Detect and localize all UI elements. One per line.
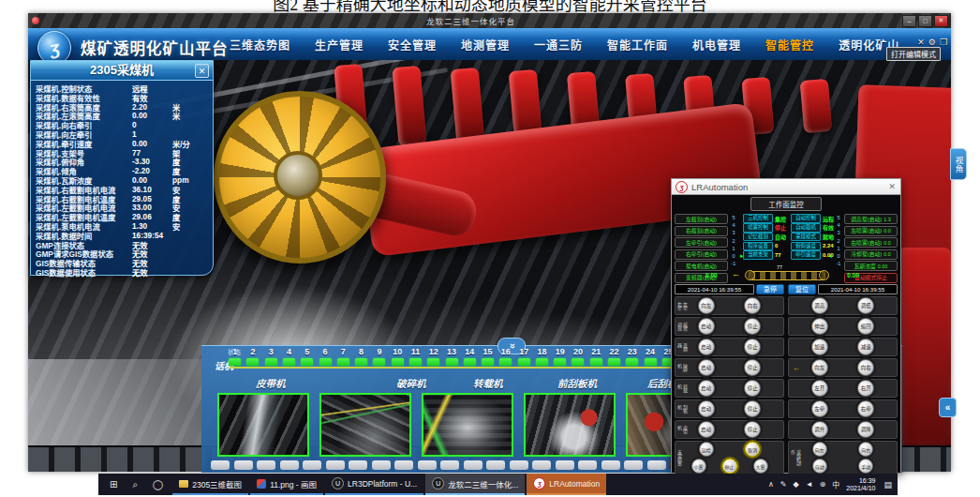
control-button[interactable]: 伸出 — [811, 318, 828, 335]
close-button[interactable]: ✕ — [934, 15, 948, 27]
control-button[interactable]: 停止 — [744, 339, 761, 355]
filmstrip-frame[interactable] — [234, 460, 253, 470]
control-button[interactable]: 向左 — [812, 442, 827, 457]
filmstrip-frame[interactable] — [372, 460, 391, 470]
taskbar-app-button[interactable]: ʒLRAutomation — [527, 474, 606, 495]
control-button[interactable]: 停止 — [722, 459, 737, 474]
control-button[interactable]: 停止 — [744, 359, 761, 376]
control-button[interactable]: 调升 — [811, 421, 828, 438]
close-icon[interactable]: ✕ — [195, 64, 209, 78]
camera-status-indicator[interactable] — [572, 358, 584, 366]
machine-start-button[interactable]: 调高泵(启动)1.3 — [844, 214, 898, 224]
machine-start-button[interactable]: 右牵引(启动) — [675, 249, 728, 260]
control-button[interactable]: 向左 — [811, 359, 828, 376]
taskbar-app-button[interactable]: ULR3DPlatform - U... — [325, 474, 423, 495]
network-icon[interactable]: ⊕ — [820, 480, 826, 489]
control-button[interactable]: 启动 — [698, 400, 715, 417]
filmstrip-frame[interactable] — [556, 460, 574, 470]
filmstrip-frame[interactable] — [464, 460, 483, 470]
control-button[interactable]: 向右 — [858, 442, 873, 457]
control-button[interactable]: 左牵 — [811, 400, 828, 417]
machine-start-button[interactable]: 右截割(启动) — [675, 226, 728, 236]
camera-status-indicator[interactable] — [301, 358, 313, 366]
camera-status-indicator[interactable] — [319, 358, 332, 366]
filmstrip-frame[interactable] — [601, 460, 620, 470]
start-icon[interactable]: ⊞ — [110, 479, 117, 489]
camera-status-indicator[interactable] — [645, 358, 657, 366]
filmstrip-frame[interactable] — [532, 460, 551, 470]
camera-status-indicator[interactable] — [229, 358, 241, 366]
camera-thumbnail[interactable] — [524, 393, 616, 457]
control-button[interactable]: 大雾 — [753, 459, 768, 474]
nav-item[interactable]: 地测管理 — [461, 37, 510, 53]
control-button[interactable]: 向左 — [698, 297, 715, 314]
maximize-button[interactable]: □ — [918, 15, 932, 27]
nav-item[interactable]: 智能工作面 — [607, 37, 668, 53]
control-button[interactable]: 启动 — [698, 318, 715, 335]
minimize-button[interactable]: – — [902, 15, 916, 27]
camera-status-indicator[interactable] — [608, 358, 620, 366]
close-icon[interactable]: ✕ — [888, 182, 896, 191]
nav-item[interactable]: 生产管理 — [315, 37, 364, 53]
camera-status-indicator[interactable] — [554, 358, 566, 366]
view-angle-tab[interactable]: 视角 — [950, 148, 967, 180]
ime-icon[interactable]: 中 — [832, 479, 839, 489]
control-button[interactable]: 小雾 — [691, 459, 706, 474]
filmstrip-frame[interactable] — [211, 460, 230, 470]
control-button[interactable]: 自动 — [812, 459, 827, 474]
tray-expand-icon[interactable]: ∧ — [768, 480, 774, 489]
control-button[interactable]: 远给 — [699, 442, 714, 457]
notification-icon[interactable]: ▤ — [883, 480, 892, 489]
control-button[interactable]: 启动 — [698, 380, 715, 397]
camera-thumbnail[interactable] — [319, 393, 411, 457]
machine-start-button[interactable]: 左喷雾(启动)0.0 — [844, 226, 898, 236]
control-button[interactable]: 向右 — [857, 359, 874, 376]
camera-status-indicator[interactable] — [283, 358, 295, 366]
camera-status-indicator[interactable] — [246, 358, 259, 366]
control-button[interactable]: 调降 — [857, 421, 874, 438]
camera-status-indicator[interactable] — [427, 358, 439, 366]
camera-status-indicator[interactable] — [482, 358, 494, 366]
camera-status-indicator[interactable] — [590, 358, 602, 366]
camera-status-indicator[interactable] — [464, 358, 476, 366]
taskbar-clock[interactable]: 16:39 2021/4/10 — [846, 477, 875, 492]
control-button[interactable]: 停止 — [744, 400, 761, 417]
camera-status-indicator[interactable] — [518, 358, 530, 366]
machine-start-button[interactable]: 左截割(启动) — [675, 214, 728, 224]
filmstrip-frame[interactable] — [280, 460, 299, 470]
camera-status-indicator[interactable] — [265, 358, 277, 366]
filmstrip-frame[interactable] — [418, 460, 437, 470]
taskbar-app-button[interactable]: 2305三维截图 — [172, 474, 248, 495]
filmstrip-frame[interactable] — [624, 460, 643, 470]
camera-status-indicator[interactable] — [337, 358, 349, 366]
filmstrip-frame[interactable] — [326, 460, 345, 470]
machine-start-button[interactable]: 左牵引(启动) — [675, 237, 728, 248]
control-button[interactable]: 手动 — [858, 459, 873, 474]
control-button[interactable]: 停止 — [744, 318, 761, 335]
filmstrip-frame[interactable] — [440, 460, 459, 470]
control-button[interactable]: 启动 — [698, 421, 715, 438]
cortana-icon[interactable]: ◯ — [153, 479, 163, 489]
control-button[interactable]: 停止 — [744, 421, 761, 438]
filmstrip-frame[interactable] — [303, 460, 321, 470]
control-button[interactable]: 缩回 — [857, 318, 874, 335]
open-edit-mode-button[interactable]: 打开编辑模式 — [886, 47, 941, 61]
control-button[interactable]: 右牵 — [857, 400, 874, 417]
control-button[interactable]: 左开 — [811, 380, 828, 397]
camera-status-indicator[interactable] — [536, 358, 548, 366]
camera-status-indicator[interactable] — [446, 358, 458, 366]
shield-icon[interactable]: ◆ — [794, 480, 799, 489]
control-button[interactable]: 启动 — [698, 359, 715, 376]
machine-start-button[interactable]: 右喷雾(启动)0.0 — [844, 237, 898, 248]
filmstrip-frame[interactable] — [349, 460, 367, 470]
control-button[interactable]: 向右 — [744, 297, 761, 314]
gear-icon[interactable]: ⚙ — [928, 38, 936, 47]
control-button[interactable]: 启动 — [698, 339, 715, 355]
camera-status-indicator[interactable] — [409, 358, 422, 366]
taskbar-app-button[interactable]: 11.png - 画图 — [250, 474, 323, 495]
filmstrip-frame[interactable] — [510, 460, 528, 470]
volume-icon[interactable]: ◄ — [806, 480, 813, 489]
camera-thumbnail[interactable] — [422, 393, 513, 457]
taskbar-app-button[interactable]: U龙软二三维一体化... — [425, 474, 525, 495]
camera-status-indicator[interactable] — [392, 358, 404, 366]
